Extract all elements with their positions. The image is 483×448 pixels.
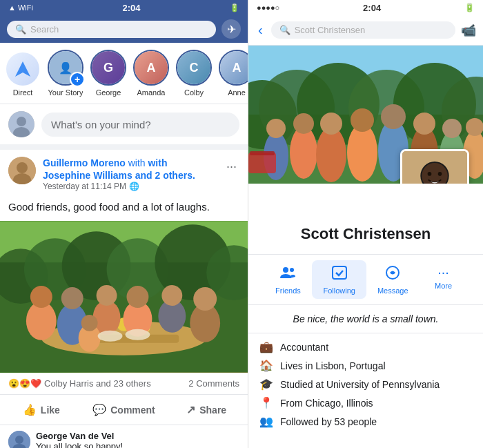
comment-text: You all look so happy! (36, 441, 239, 448)
left-time: 2:04 (122, 3, 140, 13)
svg-point-57 (413, 113, 435, 135)
svg-point-71 (290, 268, 294, 272)
detail-education: 🎓 Studied at University of Pennsylvania (259, 378, 472, 391)
right-search-bar[interactable]: 🔍 Scott Christensen (271, 21, 455, 39)
post-time: Yesterday at 11:14 PM (43, 182, 126, 191)
svg-point-48 (290, 126, 317, 179)
privacy-icon: 🌐 (129, 182, 139, 191)
left-header: 🔍 Search ✈ (0, 15, 248, 43)
message-label: Message (377, 286, 408, 295)
like-button[interactable]: 👍 Like (0, 398, 83, 422)
right-time: 2:04 (363, 3, 381, 13)
story-yourstory-label: Your Story (48, 88, 83, 97)
story-amanda[interactable]: A Amanda (134, 50, 168, 97)
svg-point-61 (466, 118, 483, 136)
friends-label: Friends (275, 286, 301, 295)
svg-point-51 (320, 113, 342, 135)
svg-point-22 (61, 287, 83, 309)
svg-rect-62 (248, 153, 276, 173)
post-author-name: Guillermo Moreno with with Josephine Wil… (43, 157, 217, 182)
following-icon (331, 264, 348, 285)
george-avatar: G (90, 50, 126, 86)
story-anne[interactable]: A Anne (219, 50, 248, 97)
profile-actions: Friends Following Message ··· More (248, 255, 483, 305)
svg-point-30 (193, 287, 217, 311)
followers-text: Followed by 53 people (280, 416, 377, 427)
stories-row: Direct 👤 + Your Story G George A Amanda (0, 43, 248, 104)
story-amanda-label: Amanda (137, 88, 166, 97)
direct-icon (6, 52, 39, 86)
svg-point-1 (17, 117, 26, 126)
comment-icon: 💬 (92, 403, 106, 416)
post-more-button[interactable]: ··· (224, 157, 239, 177)
story-your-story[interactable]: 👤 + Your Story (48, 50, 83, 97)
back-button[interactable]: ‹ (255, 19, 266, 41)
comment-author-name: George Van de Vel (36, 431, 239, 441)
share-button[interactable]: ↗ Share (165, 398, 248, 422)
svg-point-68 (428, 172, 432, 176)
svg-point-50 (316, 127, 346, 182)
education-text: Studied at University of Pennsylvania (280, 379, 440, 390)
story-george-label: George (96, 88, 121, 97)
profile-cover (248, 46, 483, 184)
comment-author-avatar (8, 431, 30, 448)
following-button[interactable]: Following (312, 260, 366, 299)
story-colby[interactable]: C Colby (177, 50, 211, 97)
post-actions: 👍 Like 💬 Comment ↗ Share (0, 395, 248, 425)
messenger-button[interactable]: ✈ (221, 19, 241, 39)
add-story-button[interactable]: + (70, 72, 85, 87)
hometown-icon: 📍 (259, 396, 273, 409)
svg-point-47 (266, 119, 286, 138)
story-george[interactable]: G George (91, 50, 126, 97)
svg-point-55 (381, 104, 406, 129)
video-call-button[interactable]: 📹 (461, 23, 476, 38)
location-text: Lives in Lisbon, Portugal (280, 360, 386, 371)
svg-point-59 (442, 119, 462, 138)
svg-rect-63 (250, 151, 275, 155)
profile-details: 💼 Accountant 🏠 Lives in Lisbon, Portugal… (248, 333, 483, 435)
composer-input[interactable]: What's on your mind? (41, 113, 239, 137)
svg-point-20 (30, 286, 52, 308)
more-button[interactable]: ··· More (420, 260, 468, 299)
friends-button[interactable]: Friends (264, 260, 312, 299)
reaction-emojis: 😮😍❤️ Colby Harris and 23 others (8, 378, 151, 389)
right-panel: ●●●●○ 2:04 🔋 ‹ 🔍 Scott Christensen 📹 (248, 0, 483, 448)
svg-point-26 (126, 286, 148, 308)
profile-photo (400, 149, 469, 184)
job-icon: 💼 (259, 340, 273, 353)
profile-search-name: Scott Christensen (295, 25, 366, 35)
left-status-bar: ▲ WiFi 2:04 🔋 (0, 0, 248, 15)
profile-info: Scott Christensen (248, 184, 483, 255)
post-user-info: Guillermo Moreno with with Josephine Wil… (43, 157, 217, 191)
post-image (0, 221, 248, 373)
detail-hometown: 📍 From Chicago, Illinois (259, 396, 472, 409)
more-icon: ··· (437, 264, 449, 280)
share-icon: ↗ (186, 403, 195, 416)
story-anne-label: Anne (228, 88, 246, 97)
svg-point-24 (97, 285, 117, 306)
left-panel: ▲ WiFi 2:04 🔋 🔍 Search ✈ Direct (0, 0, 248, 448)
post-composer[interactable]: What's on your mind? (0, 104, 248, 150)
svg-rect-72 (333, 266, 346, 279)
colby-avatar: C (176, 50, 212, 86)
right-battery: 🔋 (464, 3, 475, 12)
story-direct[interactable]: Direct (6, 52, 40, 97)
friends-icon (279, 264, 296, 285)
svg-point-32 (81, 315, 98, 331)
job-text: Accountant (280, 342, 328, 353)
svg-point-33 (98, 331, 123, 342)
wifi-signal: ▲ WiFi (8, 3, 33, 12)
message-button[interactable]: Message (366, 260, 420, 299)
left-search-bar[interactable]: 🔍 Search (7, 21, 216, 38)
post-header: Guillermo Moreno with with Josephine Wil… (0, 150, 248, 198)
post-author-avatar (8, 157, 36, 184)
post-card: Guillermo Moreno with with Josephine Wil… (0, 150, 248, 448)
detail-location: 🏠 Lives in Lisbon, Portugal (259, 359, 472, 372)
message-icon (384, 264, 401, 285)
post-meta: Yesterday at 11:14 PM 🌐 (43, 182, 217, 191)
comment-button[interactable]: 💬 Comment (83, 398, 166, 422)
search-placeholder: Search (30, 24, 59, 35)
like-icon: 👍 (23, 403, 37, 416)
education-icon: 🎓 (259, 378, 273, 391)
right-header: ‹ 🔍 Scott Christensen 📹 (248, 15, 483, 46)
